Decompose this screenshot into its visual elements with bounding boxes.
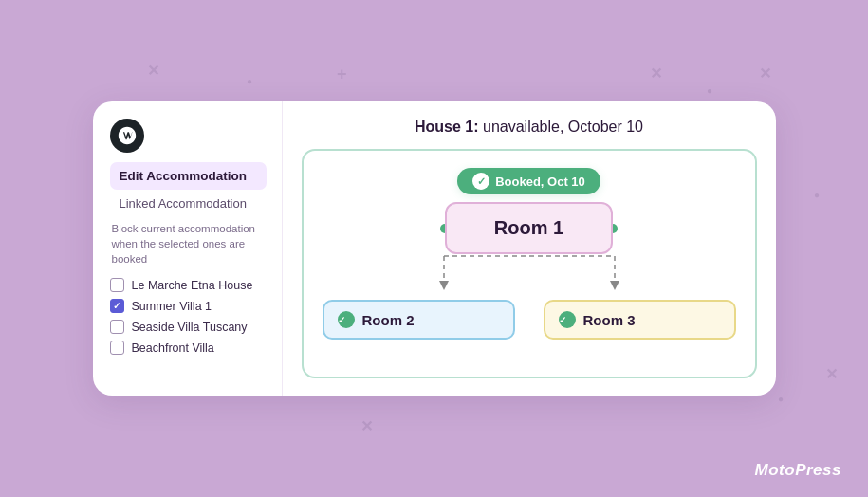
wp-icon: [117, 125, 138, 146]
decor-dot-1: ●: [247, 76, 252, 86]
title-bold: House 1:: [415, 119, 479, 135]
checkbox-1[interactable]: [110, 278, 124, 292]
checkbox-label-3: Seaside Villa Tuscany: [132, 321, 248, 334]
booked-badge: Booked, Oct 10: [457, 168, 600, 194]
accommodation-list: Le Marche Etna House Summer Villa 1 Seas…: [110, 278, 267, 355]
room2-box: ✓ Room 2: [323, 300, 515, 340]
decor-dot-5: ●: [814, 190, 820, 200]
diagram-area: Booked, Oct 10 Room 1: [302, 149, 757, 378]
checkbox-label-4: Beachfront Villa: [132, 341, 214, 355]
room2-label: Room 2: [362, 312, 415, 328]
decor-plus-1: +: [337, 64, 347, 84]
checkbox-label-1: Le Marche Etna House: [132, 279, 253, 292]
menu-edit-accommodation[interactable]: Edit Accommodation: [110, 162, 267, 190]
left-panel: Edit Accommodation Linked Accommodation …: [93, 101, 283, 396]
motopress-label: MotoPress: [755, 461, 841, 479]
right-panel: House 1: unavailable, October 10 Booked,…: [283, 101, 776, 396]
decor-x-1: ✕: [147, 62, 159, 80]
checkbox-item-1[interactable]: Le Marche Etna House: [110, 278, 267, 292]
menu-linked-accommodation[interactable]: Linked Accommodation: [110, 192, 267, 215]
room1-wrapper: Room 1: [445, 202, 613, 254]
checkbox-item-3[interactable]: Seaside Villa Tuscany: [110, 320, 267, 334]
decor-x-5: ✕: [825, 365, 838, 383]
main-card: Edit Accommodation Linked Accommodation …: [93, 101, 776, 396]
checkbox-item-4[interactable]: Beachfront Villa: [110, 341, 267, 355]
decor-x-6: ✕: [360, 417, 373, 435]
title-rest: unavailable, October 10: [479, 119, 643, 135]
checkbox-4[interactable]: [110, 341, 124, 355]
arrows-svg: [323, 254, 736, 300]
decor-dot-2: ●: [707, 85, 712, 96]
bottom-rooms: ✓ Room 2 ✓ Room 3: [323, 300, 736, 340]
decor-x-2: ✕: [650, 64, 662, 83]
check-icon-room3: ✓: [559, 311, 576, 328]
wordpress-logo: [110, 119, 144, 153]
checkbox-item-2[interactable]: Summer Villa 1: [110, 299, 267, 313]
svg-marker-1: [439, 281, 449, 290]
diagram-title: House 1: unavailable, October 10: [302, 119, 757, 136]
checkbox-2[interactable]: [110, 299, 124, 313]
svg-marker-3: [610, 281, 619, 290]
check-icon-room2: ✓: [338, 311, 355, 328]
block-description: Block current accommodation when the sel…: [110, 221, 267, 267]
checkbox-label-2: Summer Villa 1: [132, 300, 212, 313]
room3-box: ✓ Room 3: [544, 300, 736, 340]
decor-dot-4: ●: [778, 394, 784, 404]
motopress-brand: MotoPress: [755, 461, 841, 480]
diagram-center: Booked, Oct 10 Room 1: [323, 168, 736, 340]
booked-badge-label: Booked, Oct 10: [495, 175, 585, 189]
room1-box: Room 1: [445, 202, 613, 254]
room1-label: Room 1: [494, 217, 563, 238]
check-icon-badge: [472, 173, 489, 190]
room3-label: Room 3: [583, 312, 636, 328]
decor-x-3: ✕: [759, 64, 771, 83]
checkbox-3[interactable]: [110, 320, 124, 334]
